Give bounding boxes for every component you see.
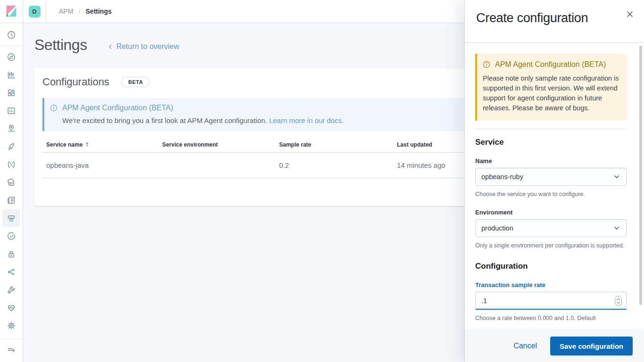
column-header-service-environment[interactable]: Service environment — [158, 139, 275, 153]
number-stepper[interactable] — [615, 296, 622, 306]
sidebar-item-machine-learning[interactable] — [2, 138, 20, 156]
service-name-help: Choose the service you want to configure… — [475, 190, 627, 198]
page-title: Settings — [34, 36, 87, 54]
kibana-logo-icon — [4, 4, 18, 18]
service-name-select[interactable]: opbeans-ruby — [475, 168, 627, 186]
discover-icon — [6, 52, 17, 62]
docs-link[interactable]: Learn more in our docs. — [269, 116, 344, 124]
sidebar-item-dashboard[interactable] — [2, 84, 20, 102]
machine-learning-icon — [6, 141, 17, 152]
flyout-header: Create configuration — [465, 0, 644, 43]
create-configuration-flyout: Create configuration APM Agent Configura… — [464, 0, 644, 362]
sample-rate-help: Choose a rate between 0.000 and 1.0. Def… — [475, 314, 627, 322]
flyout-scrollbar[interactable] — [639, 46, 642, 305]
stack-monitoring-icon — [6, 303, 17, 313]
code-icon — [6, 267, 17, 277]
breadcrumb: APM / Settings — [46, 0, 112, 23]
sidebar-item-recently-viewed[interactable] — [2, 26, 20, 44]
sidebar-item-infrastructure[interactable] — [2, 173, 20, 191]
space-selector[interactable]: D — [23, 0, 46, 23]
environment-label: Environment — [475, 209, 627, 216]
sidebar-item-canvas[interactable] — [2, 102, 20, 120]
sidebar-collapse-button[interactable] — [2, 341, 20, 359]
column-header-sample-rate[interactable]: Sample rate — [275, 139, 393, 153]
close-icon — [626, 10, 634, 18]
save-configuration-button[interactable]: Save configuration — [550, 337, 633, 355]
siem-icon — [6, 249, 17, 259]
sample-rate-cell: 0.2 — [275, 153, 393, 178]
stepper-up-icon — [616, 298, 620, 301]
sidebar-item-uptime[interactable] — [2, 227, 20, 245]
warning-callout-body: Please note only sample rate configurati… — [483, 74, 620, 113]
column-header-service-name[interactable]: Service name↑ — [42, 139, 158, 153]
sidebar-item-siem[interactable] — [2, 245, 20, 263]
chevron-left-icon — [107, 43, 114, 50]
info-icon — [483, 61, 490, 68]
sidebar-item-stack-monitoring[interactable] — [2, 299, 20, 317]
environment-value: production — [481, 224, 513, 232]
configurations-title: Configurations — [42, 76, 109, 88]
maps-icon — [6, 123, 17, 134]
sidebar-divider-bottom — [0, 339, 23, 339]
graph-icon — [6, 159, 17, 170]
sidebar-item-logs[interactable] — [2, 191, 20, 209]
recently-viewed-icon — [6, 30, 17, 40]
breadcrumb-separator: / — [78, 8, 80, 16]
canvas-icon — [6, 106, 17, 116]
visualize-icon — [6, 70, 17, 80]
service-section-heading: Service — [475, 138, 627, 147]
service-name-link[interactable]: opbeans-java — [42, 153, 158, 178]
info-icon — [50, 104, 58, 112]
kibana-logo[interactable] — [0, 0, 23, 23]
sidebar-item-visualize[interactable] — [2, 66, 20, 84]
sidebar-divider — [0, 46, 23, 46]
chevron-down-icon — [613, 224, 620, 232]
uptime-icon — [6, 231, 17, 241]
chevron-down-icon — [613, 173, 620, 181]
app-sidebar — [0, 23, 23, 362]
divider — [475, 129, 627, 129]
sort-ascending-icon: ↑ — [84, 141, 89, 148]
service-environment-cell — [158, 153, 275, 178]
environment-help: Only a single environment per configurat… — [475, 241, 627, 250]
callout-title: APM Agent Configuration (BETA) — [62, 104, 173, 112]
dashboard-icon — [6, 88, 17, 98]
stepper-down-icon — [616, 301, 620, 304]
sample-rate-label: Transaction sample rate — [475, 281, 627, 288]
logs-icon — [6, 195, 17, 206]
callout-body: We're excited to bring you a first look … — [62, 116, 267, 124]
breadcrumb-settings: Settings — [86, 8, 112, 15]
breadcrumb-apm[interactable]: APM — [59, 8, 73, 15]
sidebar-item-code[interactable] — [2, 263, 20, 281]
flyout-body: APM Agent Configuration (BETA) Please no… — [465, 43, 644, 362]
beta-warning-callout: APM Agent Configuration (BETA) Please no… — [475, 54, 627, 121]
infrastructure-icon — [6, 177, 17, 188]
configuration-section-heading: Configuration — [475, 262, 627, 271]
sample-rate-input[interactable] — [475, 292, 627, 310]
beta-badge: BETA — [121, 77, 150, 87]
flyout-footer: Cancel Save configuration — [465, 330, 644, 362]
warning-callout-title: APM Agent Configuration (BETA) — [495, 60, 606, 69]
return-to-overview-link[interactable]: Return to overview — [107, 42, 179, 51]
cancel-button[interactable]: Cancel — [513, 342, 537, 350]
sidebar-item-management[interactable] — [2, 317, 20, 335]
dev-tools-icon — [6, 285, 17, 295]
service-name-value: opbeans-ruby — [481, 173, 523, 181]
collapse-icon — [6, 345, 17, 355]
sidebar-item-graph[interactable] — [2, 156, 20, 173]
flyout-title: Create configuration — [476, 11, 633, 25]
apm-icon — [6, 213, 17, 223]
management-icon — [6, 321, 17, 331]
name-label: Name — [475, 157, 627, 165]
sidebar-item-apm[interactable] — [2, 209, 20, 227]
close-flyout-button[interactable] — [626, 10, 634, 18]
space-badge[interactable]: D — [29, 6, 41, 17]
sidebar-item-discover[interactable] — [2, 48, 20, 66]
environment-select[interactable]: production — [475, 219, 627, 237]
sidebar-item-dev-tools[interactable] — [2, 281, 20, 299]
sidebar-item-maps[interactable] — [2, 120, 20, 138]
